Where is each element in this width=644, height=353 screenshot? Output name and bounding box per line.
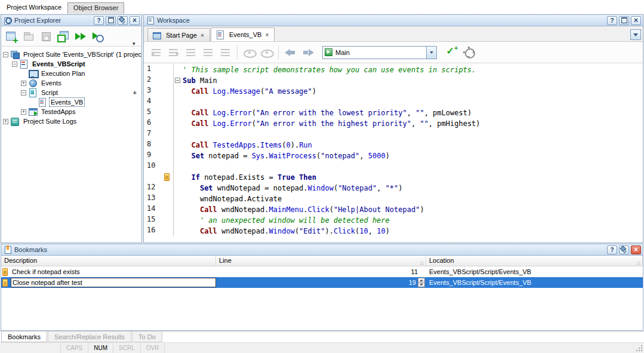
line-number: 7 <box>144 129 162 140</box>
close-button[interactable] <box>631 245 641 254</box>
code-text <box>183 87 191 96</box>
code-editor[interactable]: 1' This sample script demonstrates how y… <box>144 63 643 243</box>
fold-collapse-icon[interactable] <box>175 78 180 83</box>
help-button[interactable] <box>94 16 104 25</box>
bookmark-line-value: 11 <box>411 268 425 275</box>
format-icon <box>219 46 232 59</box>
testedapps-icon <box>29 108 38 116</box>
code-line[interactable]: 15 ' an unexpected window will be detect… <box>144 215 643 226</box>
line-number: 6 <box>144 118 162 129</box>
code-line[interactable]: 7 <box>144 129 643 140</box>
tree-item-label: Project Suite 'Events_VBScript' (1 proje… <box>22 50 141 59</box>
code-text-line: Call Log.Error("An error with the lowest… <box>181 109 472 117</box>
toolbar-overflow-icon[interactable] <box>133 39 138 45</box>
run-project-button[interactable] <box>72 27 89 45</box>
fold-column <box>174 97 181 108</box>
record-test-button[interactable] <box>54 27 72 45</box>
dropdown-arrow-icon[interactable] <box>426 47 436 59</box>
help-button[interactable] <box>607 16 617 25</box>
document-tab-start-page[interactable]: Start Page <box>147 28 210 41</box>
pin-button[interactable] <box>118 16 128 25</box>
close-tab-icon[interactable] <box>264 31 270 38</box>
tree-item-script[interactable]: Script+ <box>1 88 141 97</box>
code-line[interactable]: 16 Call wndNotepad.Window("Edit").Click(… <box>144 226 643 237</box>
panel-tab-to-do[interactable]: To Do <box>132 331 162 342</box>
code-line[interactable]: 2Sub Main <box>144 75 643 86</box>
routine-selector[interactable]: Main <box>322 46 437 59</box>
run-options-button[interactable] <box>89 27 106 45</box>
tree-item-events[interactable]: Events <box>1 78 141 88</box>
view-tab-object-browser[interactable]: Object Browser <box>67 2 124 14</box>
editor-gutter: 2 <box>144 75 174 86</box>
collapse-icon[interactable] <box>21 90 26 96</box>
bookmark-line-cell[interactable]: 19 <box>216 277 426 288</box>
bookmark-description-cell[interactable]: Close notepad after test <box>11 277 216 288</box>
bookmark-description-cell[interactable]: Check if notepad exists <box>11 266 216 277</box>
code-line[interactable]: 9 Set notepad = Sys.WaitProcess("notepad… <box>144 151 643 161</box>
add-script-item-button[interactable]: + <box>133 89 137 96</box>
expand-icon[interactable] <box>21 109 26 115</box>
code-line[interactable]: 4 <box>144 97 643 108</box>
bookmark-line-cell[interactable]: 11 <box>216 266 426 277</box>
code-line[interactable]: 1' This sample script demonstrates how y… <box>144 65 643 75</box>
bookmark-row[interactable]: 1Close notepad after test19Events_VBScri… <box>1 277 643 288</box>
column-header-line[interactable]: Line <box>216 256 426 266</box>
code-text: ). <box>291 141 299 149</box>
column-header-description[interactable]: Description <box>1 256 216 266</box>
editor-settings-button[interactable] <box>460 44 477 61</box>
bookmark-row[interactable]: 0Check if notepad exists11Events_VBScrip… <box>1 266 643 277</box>
restore-button[interactable] <box>106 16 116 25</box>
line-number-spinner[interactable] <box>418 278 425 287</box>
collapse-icon[interactable] <box>3 52 8 57</box>
bookmark-icon[interactable]: 0 <box>164 173 170 181</box>
view-tab-project-workspace[interactable]: Project Workspace <box>1 2 67 14</box>
forward-arrow-button[interactable] <box>299 44 316 61</box>
code-line[interactable]: 5 Call Log.Error("An error with the lowe… <box>144 108 643 118</box>
bookmark-description-input[interactable]: Close notepad after test <box>11 278 216 287</box>
tree-item-testedapps[interactable]: TestedApps <box>1 107 141 116</box>
collapse-icon[interactable] <box>12 62 17 67</box>
close-button[interactable] <box>631 16 641 25</box>
column-header-label: Line <box>219 257 232 264</box>
gutter-icon-column <box>162 65 173 75</box>
tree-item-events-vb[interactable]: Events_VB <box>1 97 141 107</box>
code-line[interactable]: 13 wndNotepad.Activate <box>144 194 643 204</box>
tree-item-project-suite-logs[interactable]: Project Suite Logs <box>1 116 141 126</box>
close-tab-icon[interactable] <box>199 32 205 39</box>
gutter-icon-column <box>162 129 173 140</box>
column-header-location[interactable]: Location <box>426 256 643 266</box>
document-tab-events-vb[interactable]: Events_VB <box>211 27 275 41</box>
check-syntax-button[interactable] <box>443 44 460 61</box>
tree-item-execution-plan[interactable]: Execution Plan <box>1 69 141 78</box>
code-keyword: True <box>278 173 295 182</box>
code-line[interactable]: 0 If notepad.Exists = True Then <box>144 172 643 183</box>
code-line[interactable]: 10 <box>144 161 643 172</box>
panel-tab-search-replace-results[interactable]: Search/Replace Results <box>48 331 131 342</box>
help-button[interactable] <box>607 245 617 254</box>
restore-button[interactable] <box>619 16 629 25</box>
code-text <box>183 184 200 192</box>
code-line[interactable]: 12 Set wndNotepad = notepad.Window("Note… <box>144 183 643 194</box>
code-text-line: Call Log.Error("An error with the highes… <box>181 119 480 128</box>
resize-grip[interactable] <box>634 343 644 353</box>
expand-icon[interactable] <box>3 119 8 124</box>
code-string: "Help|About Notepad" <box>334 205 420 214</box>
code-line[interactable]: 8 Call TestedApps.Items(0).Run <box>144 140 643 151</box>
code-line[interactable]: 6 Call Log.Error("An error with the high… <box>144 118 643 129</box>
add-new-item-button[interactable] <box>2 27 20 45</box>
tree-item-events-vbscript[interactable]: Events_VBScript <box>1 59 141 69</box>
unit-icon <box>215 30 224 39</box>
panel-tab-bookmarks[interactable]: Bookmarks <box>1 331 47 342</box>
column-header-label: Location <box>429 257 454 264</box>
pin-button[interactable] <box>619 245 629 254</box>
close-button[interactable] <box>130 16 140 25</box>
code-line[interactable]: 3 Call Log.Message("A message") <box>144 86 643 97</box>
spinner-down-icon[interactable] <box>418 283 424 287</box>
tab-list-dropdown-button[interactable] <box>630 29 641 40</box>
code-line[interactable]: 14 Call wndNotepad.MainMenu.Click("Help|… <box>144 204 643 215</box>
tree-item-label: Events <box>40 79 63 87</box>
document-tab-label: Events_VB <box>229 31 261 38</box>
expand-icon[interactable] <box>21 81 26 86</box>
back-arrow-button[interactable] <box>282 44 299 61</box>
tree-item-project-suite-events-vbscript-1-projec[interactable]: Project Suite 'Events_VBScript' (1 proje… <box>1 50 141 59</box>
